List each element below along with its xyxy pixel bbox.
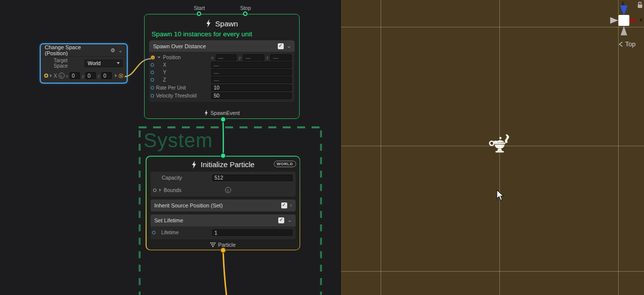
set-lifetime-block[interactable]: Set Lifetime ⌄ Lifetime 1 [151,214,296,239]
spawn-over-distance-block[interactable]: Spawn Over Distance ⌄ Position x — [149,40,295,102]
y-port[interactable] [151,71,154,74]
gizmo-x-label: x [640,17,643,22]
expand-caret-icon[interactable] [158,57,161,59]
spawn-event-output-label: SpawnEvent [211,110,240,116]
position-output-port[interactable] [119,74,123,78]
dropdown-caret-icon [117,62,120,64]
local-space-icon[interactable]: L [59,73,65,79]
lifetime-field[interactable]: 1 [212,229,293,236]
system-border-right [320,130,322,295]
inherit-source-position-block[interactable]: Inherit Source Position (Set) ‹ [151,199,296,211]
x-value-field[interactable]: 0 [70,72,80,79]
z-value-field[interactable]: 0 [101,72,112,79]
position-row: Position x — y — z — [149,54,295,61]
position-y-field[interactable]: — [243,54,264,61]
stop-flow-port[interactable] [243,11,247,16]
block-enabled-checkbox[interactable] [278,217,284,223]
grid-line [341,27,644,27]
capacity-row: Capacity 512 [151,172,296,184]
gizmo-down-cone[interactable] [621,26,627,35]
local-space-icon[interactable]: L [225,187,231,193]
velocity-threshold-row: Velocity Threshold 50 [149,92,295,99]
world-space-badge[interactable]: WORLD [274,161,296,167]
axis-x-label: x [66,73,69,79]
gizmo-z-label: z [622,0,624,6]
chevron-left-icon[interactable]: ‹ [290,202,292,208]
block-enabled-checkbox[interactable] [278,43,284,49]
output-arrow-icon [115,74,117,77]
expand-arrow-icon[interactable] [50,74,52,77]
grid-line [381,0,381,295]
initialize-node-title: Initialize Particle [201,160,254,169]
view-menu-arrow-icon [619,41,623,47]
spawn-context-node[interactable]: Start Stop Spawn Spawn 10 instances for … [144,14,300,119]
target-space-label: Target Space [54,58,80,69]
x-field[interactable]: — [211,62,292,68]
expand-arrow-icon[interactable] [159,189,161,192]
gizmo-left-cone[interactable] [610,17,618,24]
visual-effect-lamp-icon[interactable] [488,134,511,157]
lightning-icon [206,19,211,27]
gizmo-z-cone[interactable] [620,5,628,15]
lifetime-label: Lifetime [161,230,179,235]
lifetime-port[interactable] [152,231,156,234]
bounds-row: Bounds L [151,184,296,197]
vfx-graph-canvas[interactable]: System Start Stop Spawn Spawn 10 instanc… [0,0,341,295]
mouse-cursor [496,190,505,201]
position-input-port[interactable] [44,74,48,78]
target-space-dropdown[interactable]: World [84,60,123,67]
start-flow-port[interactable] [197,11,201,16]
chevron-down-icon[interactable]: ⌄ [287,43,291,49]
y-label: Y [163,70,166,75]
view-label-text: Top [625,40,636,48]
target-space-value: World [87,61,100,66]
capacity-label: Capacity [162,175,182,181]
system-group-title: System [144,129,213,152]
position-port[interactable] [151,55,155,60]
gear-icon[interactable]: ⚙ [110,47,115,54]
rate-per-unit-field[interactable]: 10 [211,85,292,91]
axis-z-label: z [266,55,269,60]
y-value-field[interactable]: 0 [85,72,96,79]
change-space-title: Change Space (Position) [45,44,104,56]
position-x-field[interactable]: — [216,54,237,61]
position-label: Position [163,55,181,60]
lifetime-row: Lifetime 1 [151,226,296,239]
velocity-threshold-port[interactable] [151,94,154,98]
bounds-port[interactable] [153,189,157,192]
capacity-field[interactable]: 512 [212,175,293,181]
z-field[interactable]: — [211,77,292,83]
initialize-settings: Capacity 512 Bounds L [151,172,296,197]
gizmo-x-cone[interactable] [630,17,638,23]
gizmo-center-cube[interactable] [619,15,630,26]
block-title: Spawn Over Distance [153,43,206,49]
particle-output-label: Particle [218,242,236,248]
lock-icon[interactable] [637,1,643,8]
grid-line [341,271,644,272]
velocity-threshold-label: Velocity Threshold [156,93,197,98]
input-port-label: X [54,73,57,79]
chevron-down-icon[interactable]: ⌄ [287,217,292,223]
z-port[interactable] [151,78,154,82]
bounds-label: Bounds [164,187,182,193]
x-row: X — [149,61,295,69]
axis-y-label: y [81,73,84,79]
change-space-node[interactable]: Change Space (Position) ⚙ ⌄ Target Space… [40,43,128,84]
lightning-icon [191,161,197,169]
rate-per-unit-label: Rate Per Unit [156,85,186,91]
axis-y-label: y [239,55,241,60]
rate-per-unit-row: Rate Per Unit 10 [149,84,295,92]
position-z-field[interactable]: — [270,54,292,61]
velocity-threshold-field[interactable]: 50 [211,93,292,99]
rate-per-unit-port[interactable] [151,86,154,90]
unity-window: System Start Stop Spawn Spawn 10 instanc… [0,0,644,295]
y-field[interactable]: — [211,69,292,76]
scene-view[interactable]: z x Top [341,0,644,295]
block-enabled-checkbox[interactable] [281,202,287,208]
spawn-node-title: Spawn [215,19,238,28]
view-orientation-label[interactable]: Top [619,40,636,48]
x-port[interactable] [151,63,154,67]
axis-z-label: z [97,73,100,79]
chevron-down-icon[interactable]: ⌄ [118,48,123,53]
initialize-particle-node[interactable]: Initialize Particle WORLD Capacity 512 B… [146,156,300,250]
